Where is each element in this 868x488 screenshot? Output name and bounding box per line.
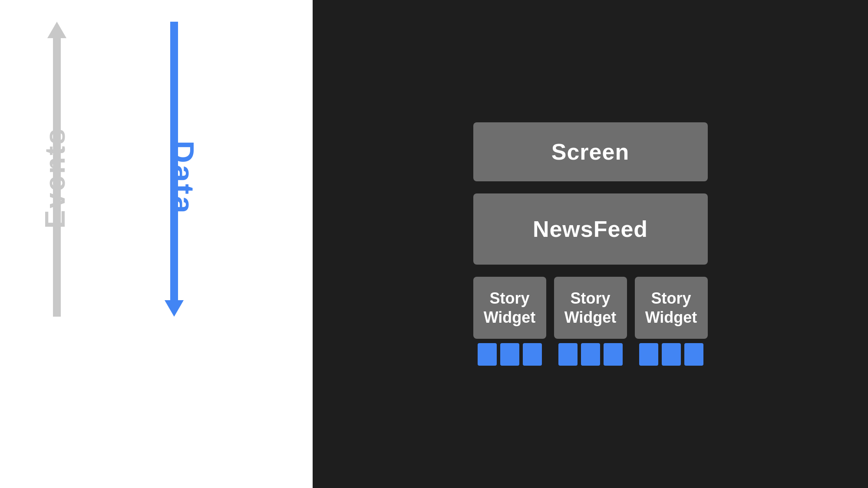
story-widget-box-2: Story Widget (554, 277, 627, 338)
screen-label: Screen (551, 139, 629, 165)
right-panel: Screen NewsFeed Story Widget Story Widge… (313, 0, 868, 488)
story-sub-item-3-1 (639, 343, 658, 366)
story-sub-item-2-1 (558, 343, 578, 366)
data-label: Data (165, 141, 201, 215)
story-widget-box-1: Story Widget (473, 277, 546, 338)
newsfeed-box: NewsFeed (473, 193, 708, 265)
story-sub-item-3-3 (684, 343, 703, 366)
story-widget-group-1: Story Widget (473, 277, 546, 365)
story-widgets-row: Story Widget Story Widget Story Widget (473, 277, 708, 365)
story-widget-label-3: Story Widget (639, 289, 703, 326)
story-sub-item-2-2 (581, 343, 600, 366)
story-widget-box-3: Story Widget (635, 277, 708, 338)
story-sub-item-1-1 (478, 343, 497, 366)
story-sub-item-3-2 (662, 343, 681, 366)
story-sub-item-2-3 (604, 343, 623, 366)
story-widget-label-1: Story Widget (478, 289, 542, 326)
story-sub-item-1-3 (523, 343, 542, 366)
story-sub-item-1-2 (500, 343, 519, 366)
newsfeed-label: NewsFeed (533, 216, 648, 242)
screen-box: Screen (473, 122, 708, 181)
story-sub-items-1 (473, 343, 546, 366)
left-panel: Events Data (0, 0, 313, 488)
story-widget-group-2: Story Widget (554, 277, 627, 365)
story-sub-items-2 (554, 343, 627, 366)
events-label: Events (39, 127, 71, 229)
data-arrow-container: Data (169, 22, 179, 334)
events-arrow-container: Events (52, 22, 62, 334)
story-widget-label-2: Story Widget (558, 289, 623, 326)
story-sub-items-3 (635, 343, 708, 366)
story-widget-group-3: Story Widget (635, 277, 708, 365)
